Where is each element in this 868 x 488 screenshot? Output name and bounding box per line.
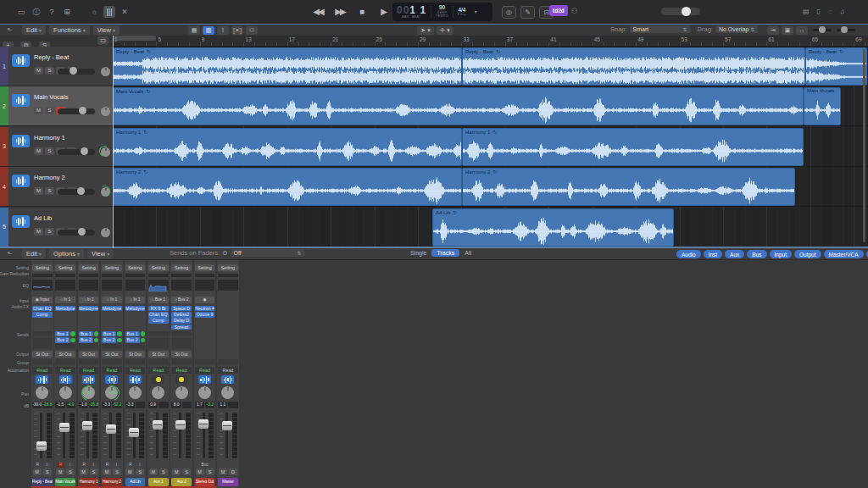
automation-icon[interactable]: ▥ <box>203 26 214 35</box>
strip-s-button[interactable]: S <box>66 469 75 475</box>
output-slot[interactable]: St Out <box>55 351 75 358</box>
drag-dropdown[interactable]: No Overlap ⇅ <box>715 25 758 33</box>
back-icon[interactable]: ⬑ <box>7 26 13 34</box>
volume-db-value[interactable]: -30.0 <box>32 402 42 408</box>
strip-name[interactable]: Master <box>218 478 238 486</box>
vertical-scrollbar[interactable] <box>863 49 865 242</box>
strip-i-button[interactable]: I <box>90 463 97 468</box>
mixer-view-icon[interactable]: ||| <box>103 6 115 18</box>
editors-close-icon[interactable]: ✕ <box>119 6 131 18</box>
strip-r-button[interactable]: R <box>57 463 64 468</box>
strip-i-button[interactable]: I <box>43 463 51 468</box>
volume-db-value[interactable]: 1.1 <box>218 402 227 408</box>
slider-knob[interactable] <box>819 26 826 33</box>
region-3-2[interactable]: Harmony 1↻ <box>462 128 804 166</box>
filter-inst[interactable]: Inst <box>704 250 722 258</box>
strip-r-button[interactable]: R <box>81 463 88 468</box>
audio-fx-slot[interactable]: Space D <box>171 306 192 311</box>
group-slot[interactable] <box>218 359 238 364</box>
filter-input[interactable]: Input <box>770 250 792 258</box>
automation-mode[interactable]: Read <box>102 367 122 374</box>
slider-knob[interactable] <box>841 26 848 33</box>
track-header-1[interactable]: 1Reply - BeatMSRI <box>0 47 113 86</box>
empty-send-slot[interactable] <box>102 343 122 348</box>
setting-button[interactable]: Setting <box>79 264 99 271</box>
volume-db-value[interactable]: 1.7 <box>195 402 204 408</box>
send-slot[interactable]: Bus 2 <box>79 337 99 342</box>
track-pan-knob[interactable] <box>101 147 110 157</box>
stop-button[interactable]: ■ <box>355 5 369 19</box>
region-1-1[interactable]: Reply - Beat↻ <box>113 47 462 86</box>
pointer-tool-menu[interactable]: ➤ ▾ <box>417 26 434 35</box>
empty-send-slot[interactable] <box>125 343 146 348</box>
slider-knob[interactable] <box>78 228 86 236</box>
pan-knob[interactable] <box>198 386 211 399</box>
setting-button[interactable]: Setting <box>218 264 238 271</box>
output-slot[interactable]: St Out <box>125 351 146 358</box>
track-lane-4[interactable]: Harmony 2↻Harmony 2↻ <box>113 167 868 207</box>
audio-fx-slot[interactable]: DeEss2 <box>171 312 192 317</box>
quick-help-icon[interactable]: ? <box>46 6 58 18</box>
send-slot[interactable]: Bus 1 <box>55 331 75 336</box>
vertical-auto-zoom-icon[interactable]: ▣ <box>782 26 793 35</box>
automation-mode[interactable]: Read <box>195 367 215 374</box>
fader-thumb[interactable] <box>59 423 70 432</box>
group-slot[interactable] <box>125 359 146 364</box>
audio-fx-slot[interactable]: Comp <box>32 312 53 317</box>
region-4-2[interactable]: Harmony 2↻ <box>462 168 795 206</box>
empty-send-slot[interactable] <box>171 337 192 342</box>
region-3-1[interactable]: Harmony 1↻ <box>113 128 462 166</box>
display-mode-button[interactable]: ▭ <box>97 36 108 45</box>
strip-s-button[interactable]: S <box>43 469 52 475</box>
strip-i-button[interactable]: I <box>113 463 120 468</box>
send-slot[interactable]: Bus 2 <box>102 337 122 342</box>
eq-thumbnail[interactable] <box>79 280 99 291</box>
pan-knob[interactable] <box>59 386 72 399</box>
track-m-button[interactable]: M <box>34 228 43 236</box>
eq-thumbnail[interactable] <box>218 280 238 291</box>
send-knob[interactable] <box>117 331 122 336</box>
eq-thumbnail[interactable] <box>195 280 215 291</box>
track-lane-5[interactable]: Ad Lib↻ <box>113 208 868 247</box>
catch-icon[interactable]: [✕] <box>231 26 243 35</box>
input-slot[interactable]: ○ In 1 <box>55 297 75 303</box>
track-s-button[interactable]: S <box>45 228 54 236</box>
volume-db-value[interactable]: 8.0 <box>171 402 181 408</box>
strip-m-button[interactable]: M <box>125 469 134 475</box>
setting-button[interactable]: Setting <box>32 264 53 271</box>
setting-button[interactable]: Setting <box>171 264 192 271</box>
audio-fx-slot[interactable]: RX 9 Br <box>148 306 169 311</box>
menu-view[interactable]: View ▾ <box>93 25 120 35</box>
track-lane-3[interactable]: Harmony 1↻Harmony 1↻ <box>113 127 868 167</box>
fader-thumb[interactable] <box>153 420 163 430</box>
strip-name[interactable]: Main Vocals <box>55 478 75 486</box>
sound-icon[interactable]: ♫ <box>840 8 845 15</box>
mixer-menu-view[interactable]: View ▾ <box>87 249 114 258</box>
eq-thumbnail[interactable] <box>102 280 122 291</box>
fader-thumb[interactable] <box>82 421 92 430</box>
send-slot[interactable]: Bus 1 <box>125 331 146 336</box>
setting-button[interactable]: Setting <box>195 264 215 271</box>
menu-edit[interactable]: Edit ▾ <box>22 25 46 35</box>
setting-button[interactable]: Setting <box>125 264 146 271</box>
filter-aux[interactable]: Aux <box>725 250 744 258</box>
eq-thumbnail[interactable] <box>125 280 146 291</box>
forward-button[interactable]: ▶▶ <box>333 5 347 19</box>
strip-s-button[interactable]: S <box>136 469 144 475</box>
region-4-1[interactable]: Harmony 2↻ <box>113 168 462 206</box>
setting-button[interactable]: Setting <box>55 264 75 271</box>
audio-fx-slot[interactable]: Chan EQ <box>148 312 169 317</box>
group-slot[interactable] <box>195 359 215 364</box>
send-bus[interactable]: Bus 2 <box>79 337 93 342</box>
fader-thumb[interactable] <box>36 441 47 451</box>
region-2-1[interactable]: Main Vocals↻ <box>113 87 804 125</box>
empty-send-slot[interactable] <box>171 331 192 336</box>
strip-bnc-button[interactable]: Bnc <box>201 463 209 468</box>
pan-knob[interactable]: +25 <box>105 386 118 399</box>
pencil-icon-button[interactable]: ✎ <box>520 6 535 19</box>
empty-send-slot[interactable] <box>32 337 53 342</box>
audio-fx-slot[interactable]: Delay D <box>171 318 192 323</box>
pan-knob[interactable] <box>152 386 164 399</box>
input-slot[interactable]: ○ Bus 2 <box>171 297 192 303</box>
send-knob[interactable] <box>117 338 122 343</box>
